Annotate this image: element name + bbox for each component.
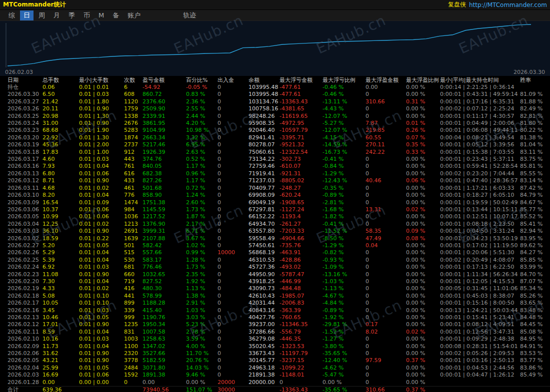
table-row[interactable]: 2026.03.114.680.01 | 0.02461501.680.72 %… [8, 185, 550, 192]
cell-dd: -735.76 [280, 242, 322, 249]
cell-inout: 0 [218, 192, 248, 199]
table-row[interactable]: 2026.03.108.200.01 | 0.04776858.901.24 %… [8, 192, 550, 199]
table-row[interactable]: 2026.02.0316.690.01 | 0.0615921891.389.4… [8, 372, 550, 379]
table-row[interactable]: 2026.03.0916.540.01 | 0.0914741751.382.6… [8, 199, 550, 206]
cell-pl: 5217.46 [142, 141, 186, 148]
cell-count: 1003 [124, 336, 142, 343]
cell-ddp: -0.41 % [322, 221, 366, 228]
menu-item-guiji[interactable]: 轨迹 [180, 10, 200, 20]
table-row[interactable]: 2026.03.306.500.01 | 0.03608860.720.83 %… [8, 91, 550, 98]
table-row[interactable]: 2026.03.1945.360.01 | 2.0027375217.466.9… [8, 141, 550, 148]
cell-fpp: 0.00 % [406, 199, 440, 206]
cell-pct: 3.32 % [186, 134, 218, 141]
cell-pl: 73940.56 [142, 387, 186, 392]
menu-item-bi[interactable]: 币 [80, 10, 94, 20]
cell-dd: -9521.32 [280, 141, 322, 148]
table-row[interactable]: 2026.02.0543.210.01 | 0.9037785182.5920.… [8, 357, 550, 364]
table-row[interactable]: 持仓0.060.01 | 0.016-54.92-0.05 %0103995.4… [8, 84, 550, 91]
cell-pl: 1145.59 [142, 206, 186, 213]
cell-ddp: -4.84 % [322, 300, 366, 307]
cell-balance: 40843.16 [248, 307, 280, 314]
cell-count: 776 [124, 192, 142, 199]
brand-url-link[interactable]: http://MTCommander.com [469, 1, 547, 8]
cell-pl: 1347.02 [142, 343, 186, 350]
table-row[interactable]: 2026.03.128.710.01 | 0.90433827.261.17 %… [8, 177, 550, 184]
table-row[interactable]: 2026.03.2721.420.01 | 1.8011202376.602.3… [8, 98, 550, 105]
table-row[interactable]: 2026.02.265.290.01 | 0.04515557.660.99 %… [8, 249, 550, 256]
cell-win: 84.48 % [520, 314, 550, 321]
table-row[interactable]: 2026.02.2311.080.01 | 0.906601032.652.35… [8, 271, 550, 278]
cell-fp: 0.00 [366, 84, 406, 91]
table-row[interactable]: 2026.02.255.390.01 | 0.04530583.171.28 %… [8, 257, 550, 264]
table-row[interactable]: 2026.02.207.300.01 | 0.04719827.521.92 %… [8, 278, 550, 285]
cell-inout: 0 [218, 307, 248, 314]
menu-item-zhanghu[interactable]: 账户 [124, 10, 144, 20]
table-row[interactable]: 2026.02.194.330.01 | 0.02416480.301.13 %… [8, 285, 550, 292]
table-row[interactable]: 2026.03.136.800.01 | 0.06616682.380.96 %… [8, 170, 550, 177]
menu-item-yue[interactable]: 月 [50, 10, 64, 20]
menu-item-zhou[interactable]: 周 [35, 10, 48, 20]
cell-date: 2026.02.19 [8, 285, 42, 292]
table-row[interactable]: 2026.03.2368.680.01 | 1.9052839104.9910.… [8, 127, 550, 134]
app-title: MTCommander统计 [3, 0, 66, 9]
cell-lots: 0.00 [42, 379, 79, 387]
cell-inout: 0 [218, 98, 248, 105]
cell-minmax: 0.01 | 0.10 [79, 293, 124, 300]
table-row[interactable]: 2026.03.2620.110.01 | 0.9017592509.902.5… [8, 105, 550, 112]
menu-item-zong[interactable]: 综 [5, 10, 18, 20]
table-row[interactable]: 2026.02.1010.160.01 | 0.0310031258.633.5… [8, 336, 550, 343]
table-row[interactable]: 2026.03.2431.000.01 | 0.9026763861.954.2… [8, 120, 550, 127]
cell-date: 2026.03.20 [8, 134, 42, 141]
cell-ddp: -1.82 % [322, 213, 366, 220]
table-row[interactable]: 2026.03.2022.920.01 | 1.3018742663.343.3… [8, 134, 550, 141]
menu-item-bei[interactable]: 备 [109, 10, 122, 20]
cell-lots: 11.73 [42, 343, 79, 350]
cell-pct: 5.23 % [186, 321, 218, 328]
table-row[interactable]: 2026.02.1310.460.01 | 0.059991190.763.03… [8, 314, 550, 321]
table-row[interactable]: 2026.03.0610.370.01 | 0.069841145.591.73… [8, 206, 550, 213]
table-row[interactable]: 2026.02.275.200.01 | 0.05501582.421.02 %… [8, 242, 550, 249]
table-row[interactable]: 2026.02.118.590.01 | 0.048311007.582.78 … [8, 329, 550, 336]
cell-minmax: 0.01 | 0.04 [79, 192, 124, 199]
cell-dd: -11619.65 [280, 113, 322, 120]
cell-minmax: 0.01 | 0.03 [79, 91, 124, 98]
menu-item-ji[interactable]: 季 [65, 10, 78, 20]
table-row[interactable]: 2026.03.2520.980.01 | 1.3013382339.912.4… [8, 113, 550, 120]
table-row[interactable]: 2026.01.280.000.00 | 0.0000.000.00 %2000… [8, 379, 550, 387]
table-row[interactable]: 2026.03.0218.590.01 | 0.2216392107.883.6… [8, 235, 550, 242]
cell-win: 85.49 % [520, 372, 550, 379]
cell-pct: 0.52 % [186, 156, 218, 163]
table-row[interactable]: 2026.03.167.930.01 | 0.04761840.051.17 %… [8, 163, 550, 170]
table-row[interactable]: 2026.02.0911.730.01 | 0.0411001347.024.0… [8, 343, 550, 350]
table-row[interactable]: 2026.02.185.080.01 | 0.10441578.991.38 %… [8, 293, 550, 300]
cell-balance: 70409.77 [248, 185, 280, 192]
cell-minmax: 0.01 | 0.90 [79, 357, 124, 364]
cell-count: 1338 [124, 113, 142, 120]
table-row[interactable]: 2026.02.0425.990.01 | 0.0524843071.8014.… [8, 365, 550, 372]
table-row[interactable]: 2026.02.246.920.01 | 0.03681776.461.73 %… [8, 264, 550, 271]
menu-item-m[interactable]: M [95, 11, 108, 19]
total-row[interactable]: 合计639.3673940.56151.07 %30000-13363.43-3… [8, 387, 550, 392]
cell-pl: 840.05 [142, 163, 186, 170]
cell-fp: 97.59 [366, 357, 406, 364]
cell-win: 81.38 % [520, 134, 550, 141]
table-row[interactable]: 2026.03.0336.100.01 | 0.9026913999.316.7… [8, 228, 550, 235]
cell-ddp: -0.46 % [322, 91, 366, 98]
cell-fpp: 0.00 % [406, 278, 440, 285]
cell-balance: 103995.48 [248, 84, 280, 91]
cell-lots: 36.10 [42, 228, 79, 235]
cell-win: 81.04 % [520, 141, 550, 148]
menu-item-ri[interactable]: 日 [20, 10, 34, 20]
cell-balance: 69908.09 [248, 192, 280, 199]
column-header: 次数 [124, 76, 142, 84]
table-row[interactable]: 2026.03.0510.990.01 | 0.0610361217.521.8… [8, 213, 550, 220]
cell-lots: 10.99 [42, 213, 79, 220]
table-row[interactable]: 2026.03.174.600.01 | 0.03443374.760.52 %… [8, 156, 550, 163]
table-row[interactable]: 2026.02.1710.050.01 | 0.108991188.282.91… [8, 300, 550, 307]
table-row[interactable]: 2026.02.0631.620.01 | 0.9023203527.6611.… [8, 350, 550, 357]
cell-time: 0:00:02 | 0:20:49 | 4:08:07 [440, 257, 520, 264]
table-row[interactable]: 2026.03.0412.250.01 | 0.0212131376.902.1… [8, 221, 550, 228]
table-row[interactable]: 2026.02.1217.010.01 | 0.9012351950.345.2… [8, 321, 550, 328]
table-row[interactable]: 2026.03.1817.830.01 | 1.009121926.392.63… [8, 149, 550, 156]
table-row[interactable]: 2026.02.163.450.01 | 0.03339415.401.03 %… [8, 307, 550, 314]
